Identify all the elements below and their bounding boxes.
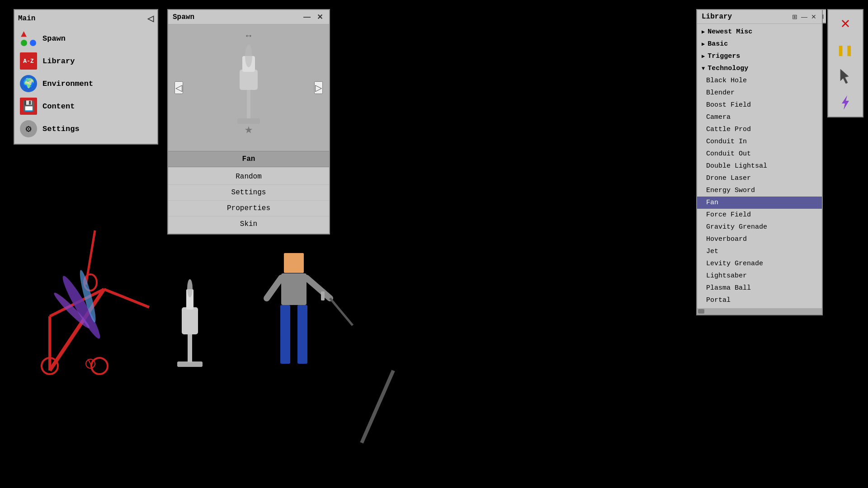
lib-item-conduit-in[interactable]: Conduit In: [697, 136, 822, 148]
lib-item-lightsaber[interactable]: Lightsaber: [697, 270, 822, 282]
lib-item-cattle-prod[interactable]: Cattle Prod: [697, 123, 822, 136]
newest-misc-label: Newest Misc: [708, 28, 752, 36]
main-panel-title-bar: Main ◁: [18, 14, 154, 23]
spawn-random-button[interactable]: Random: [168, 169, 329, 185]
svg-rect-15: [182, 307, 198, 334]
lib-item-black-hole[interactable]: Black Hole: [697, 75, 822, 87]
svg-rect-31: [240, 70, 258, 90]
newest-misc-arrow-icon: ▶: [702, 28, 705, 35]
svg-rect-25: [297, 305, 307, 341]
svg-line-6: [86, 230, 95, 285]
triggers-label: Triggers: [708, 52, 740, 60]
lib-item-levity-grenade[interactable]: Levity Grenade: [697, 258, 822, 270]
spawn-menu: Random Settings Properties Skin: [168, 167, 329, 234]
svg-rect-14: [188, 334, 192, 362]
spawn-item-name: Fan: [168, 151, 329, 167]
svg-line-21: [307, 278, 330, 298]
right-toolbar: ✕ ❚❚: [827, 9, 863, 117]
svg-point-8: [59, 273, 104, 342]
lib-item-camera[interactable]: Camera: [697, 111, 822, 123]
library-scrollbar[interactable]: [697, 308, 822, 314]
spawn-panel-title: Spawn: [173, 13, 194, 21]
lib-item-jet[interactable]: Jet: [697, 245, 822, 258]
svg-point-7: [84, 274, 97, 291]
spawn-resize-arrow: ↔: [246, 31, 251, 41]
basic-arrow-icon: ▶: [702, 41, 705, 47]
spawn-triangle-icon: ▲: [21, 30, 27, 40]
lib-item-energy-sword[interactable]: Energy Sword: [697, 184, 822, 197]
spawn-blue-dot: [30, 40, 36, 46]
sidebar-item-content[interactable]: 💾 Content: [18, 95, 154, 117]
lib-item-double-lightsaber[interactable]: Double Lightsal: [697, 160, 822, 172]
spawn-minimize-button[interactable]: —: [302, 13, 312, 21]
svg-point-17: [187, 279, 193, 297]
svg-rect-26: [297, 339, 307, 364]
library-category-basic[interactable]: ▶ Basic: [697, 38, 822, 50]
sidebar-item-spawn-label: Spawn: [42, 34, 66, 43]
spawn-preview-area: ↔ ◁ ▷ ★: [168, 24, 329, 151]
lib-item-force-field[interactable]: Force Field: [697, 209, 822, 221]
cursor-icon: [839, 68, 852, 84]
svg-line-3: [104, 289, 149, 307]
library-scroll-thumb[interactable]: [698, 309, 704, 314]
svg-line-22: [330, 298, 353, 325]
lib-item-fan[interactable]: Fan: [697, 197, 822, 209]
svg-line-2: [50, 289, 104, 316]
svg-marker-35: [842, 95, 849, 110]
toolbar-lightning-button[interactable]: [833, 91, 858, 114]
svg-rect-18: [284, 253, 304, 273]
spawn-prev-button[interactable]: ◁: [175, 81, 183, 94]
toolbar-cursor-button[interactable]: [833, 65, 858, 88]
triggers-arrow-icon: ▶: [702, 53, 705, 60]
svg-rect-23: [280, 305, 290, 341]
sidebar-item-spawn[interactable]: ▲ Spawn: [18, 27, 154, 50]
sidebar-item-environment[interactable]: 🌍 Environment: [18, 72, 154, 95]
library-panel-title-bar: Library ⊞ — ✕: [697, 10, 822, 24]
svg-rect-19: [281, 273, 307, 305]
sidebar-item-content-label: Content: [42, 102, 75, 111]
sidebar-item-settings[interactable]: ⚙ Settings: [18, 117, 154, 140]
svg-marker-34: [840, 69, 849, 84]
spawn-skin-button[interactable]: Skin: [168, 216, 329, 232]
lib-item-drone-laser[interactable]: Drone Laser: [697, 172, 822, 184]
library-category-triggers[interactable]: ▶ Triggers: [697, 50, 822, 62]
svg-point-4: [42, 358, 58, 374]
lib-item-hoverboard[interactable]: Hoverboard: [697, 233, 822, 245]
lib-item-plasma-ball[interactable]: Plasma Ball: [697, 282, 822, 294]
library-category-newest-misc[interactable]: ▶ Newest Misc: [697, 26, 822, 38]
svg-rect-27: [321, 291, 325, 300]
spawn-close-button[interactable]: ✕: [315, 13, 325, 21]
svg-rect-16: [186, 289, 193, 310]
main-panel-collapse-button[interactable]: ◁: [147, 14, 154, 23]
spawn-properties-button[interactable]: Properties: [168, 201, 329, 216]
lib-item-gravity-grenade[interactable]: Gravity Grenade: [697, 221, 822, 233]
lib-item-portal[interactable]: Portal: [697, 294, 822, 306]
library-category-technology[interactable]: ▼ Technology: [697, 62, 822, 75]
toolbar-pause-button[interactable]: ❚❚: [833, 39, 858, 61]
lightning-icon: [839, 94, 852, 111]
sidebar-item-environment-label: Environment: [42, 80, 93, 88]
spawn-green-dot: [21, 40, 27, 46]
svg-point-33: [245, 45, 252, 67]
lib-item-blender[interactable]: Blender: [697, 87, 822, 99]
spawn-favorite-star[interactable]: ★: [245, 121, 253, 137]
library-list: ▶ Newest Misc ▶ Basic ▶ Triggers ▼ Techn…: [697, 24, 822, 308]
library-window-button[interactable]: ⊞: [791, 13, 798, 20]
spawn-settings-button[interactable]: Settings: [168, 185, 329, 201]
svg-point-11: [86, 359, 95, 368]
svg-rect-13: [177, 361, 203, 367]
library-minimize-button[interactable]: —: [800, 13, 808, 20]
lib-item-conduit-out[interactable]: Conduit Out: [697, 148, 822, 160]
lib-item-boost-field[interactable]: Boost Field: [697, 99, 822, 111]
library-close-button[interactable]: ✕: [810, 13, 817, 20]
technology-label: Technology: [708, 65, 748, 72]
toolbar-close-button[interactable]: ✕: [833, 13, 858, 35]
content-icon: 💾: [20, 98, 37, 115]
svg-point-9: [77, 269, 99, 323]
svg-line-20: [267, 278, 281, 298]
spawn-title-buttons: — ✕: [302, 13, 325, 21]
svg-rect-29: [247, 88, 250, 119]
environment-icon: 🌍: [20, 75, 37, 92]
spawn-next-button[interactable]: ▷: [314, 81, 323, 94]
sidebar-item-library[interactable]: A-Z Library: [18, 50, 154, 72]
